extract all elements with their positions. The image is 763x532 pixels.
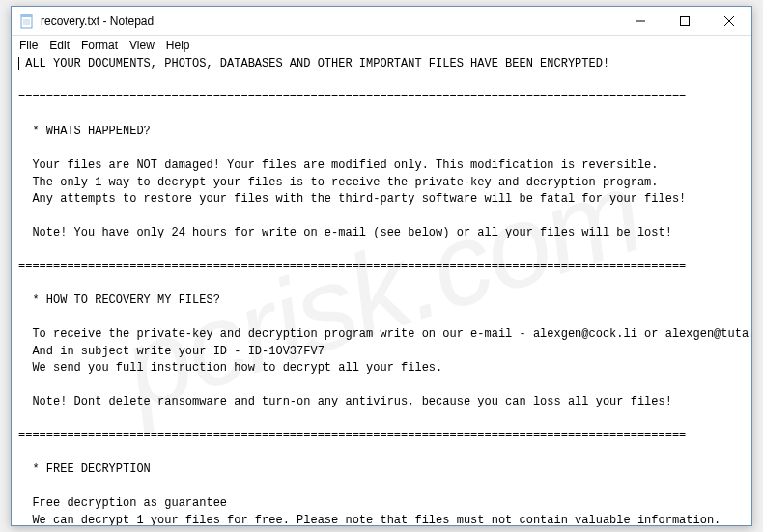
text-line: ========================================… xyxy=(18,260,686,273)
text-line: Note! Dont delete ransomware and turn-on… xyxy=(18,395,672,408)
window-controls xyxy=(618,7,751,35)
menu-view[interactable]: View xyxy=(124,38,160,53)
text-line: ========================================… xyxy=(18,429,686,442)
menu-edit[interactable]: Edit xyxy=(43,38,75,53)
menu-file[interactable]: File xyxy=(14,38,43,53)
minimize-button[interactable] xyxy=(618,7,663,35)
text-line: * HOW TO RECOVERY MY FILES? xyxy=(18,294,220,307)
text-line: ALL YOUR DOCUMENTS, PHOTOS, DATABASES AN… xyxy=(18,57,609,70)
notepad-icon xyxy=(19,14,35,29)
menu-help[interactable]: Help xyxy=(160,38,196,53)
text-line: Note! You have only 24 hours for write o… xyxy=(18,226,672,239)
text-line: ========================================… xyxy=(18,91,686,104)
text-line: Any attempts to restore your files with … xyxy=(18,192,686,206)
text-content[interactable]: ALL YOUR DOCUMENTS, PHOTOS, DATABASES AN… xyxy=(15,56,748,525)
maximize-button[interactable] xyxy=(663,7,707,35)
close-button[interactable] xyxy=(707,7,751,35)
text-line: To receive the private-key and decryptio… xyxy=(18,327,751,341)
svg-rect-6 xyxy=(681,16,690,25)
text-line: Free decryption as guarantee xyxy=(18,496,227,510)
menu-format[interactable]: Format xyxy=(75,38,124,53)
titlebar[interactable]: recovery.txt - Notepad xyxy=(12,7,751,36)
text-line: And in subject write your ID - ID-1OV37F… xyxy=(18,345,325,358)
svg-rect-1 xyxy=(21,14,32,17)
text-line: * WHATS HAPPENED? xyxy=(18,125,151,138)
text-line: Your files are NOT damaged! Your files a… xyxy=(18,158,659,172)
text-line: We send you full instruction how to decr… xyxy=(18,361,442,375)
menubar: File Edit Format View Help xyxy=(12,36,751,54)
editor-area[interactable]: pcrisk.com ALL YOUR DOCUMENTS, PHOTOS, D… xyxy=(12,54,751,525)
window-title: recovery.txt - Notepad xyxy=(41,14,618,28)
notepad-window: recovery.txt - Notepad File Edit Format … xyxy=(11,6,752,526)
text-line: * FREE DECRYPTION xyxy=(18,462,151,476)
text-line: We can decrypt 1 your files for free. Pl… xyxy=(18,514,721,526)
text-line: The only 1 way to decrypt your files is … xyxy=(18,176,659,189)
